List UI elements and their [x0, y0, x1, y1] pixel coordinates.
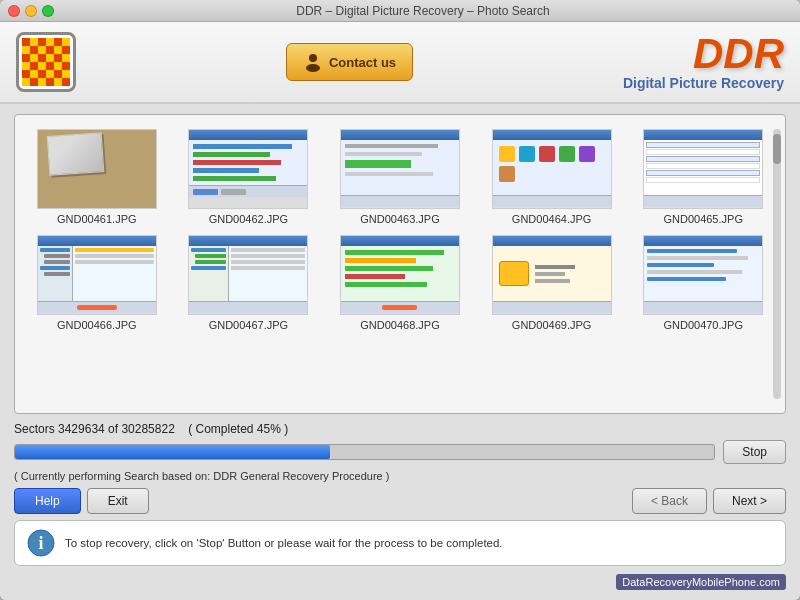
- photo-thumb[interactable]: [37, 235, 157, 315]
- photo-label: GND00461.JPG: [57, 213, 136, 225]
- nav-row: Help Exit < Back Next >: [14, 488, 786, 514]
- title-bar: DDR – Digital Picture Recovery – Photo S…: [0, 0, 800, 22]
- contact-us-button[interactable]: Contact us: [286, 43, 413, 81]
- sector-info: Sectors 3429634 of 30285822 ( Completed …: [14, 422, 786, 436]
- svg-rect-2: [38, 38, 46, 46]
- svg-rect-16: [54, 54, 62, 62]
- list-item: GND00467.JPG: [181, 235, 317, 331]
- svg-rect-25: [30, 70, 38, 78]
- list-item: GND00463.JPG: [332, 129, 468, 225]
- svg-rect-5: [62, 38, 70, 46]
- photo-thumb[interactable]: [188, 129, 308, 209]
- list-item: GND00470.JPG: [635, 235, 771, 331]
- photo-thumb[interactable]: [188, 235, 308, 315]
- photo-thumb[interactable]: [643, 129, 763, 209]
- svg-rect-29: [62, 70, 70, 78]
- window-controls: [8, 5, 54, 17]
- main-content: GND00461.JPG: [0, 104, 800, 600]
- svg-rect-10: [54, 46, 62, 54]
- svg-rect-7: [30, 46, 38, 54]
- list-item: GND00468.JPG: [332, 235, 468, 331]
- search-procedure-label: ( Currently performing Search based on: …: [14, 470, 786, 482]
- photo-thumb[interactable]: [643, 235, 763, 315]
- photo-thumb[interactable]: [37, 129, 157, 209]
- svg-rect-35: [62, 78, 70, 86]
- photo-label: GND00469.JPG: [512, 319, 591, 331]
- svg-rect-6: [22, 46, 30, 54]
- svg-rect-13: [30, 54, 38, 62]
- photo-grid-container: GND00461.JPG: [14, 114, 786, 414]
- svg-rect-18: [22, 62, 30, 70]
- photo-label: GND00462.JPG: [209, 213, 288, 225]
- list-item: GND00464.JPG: [484, 129, 620, 225]
- svg-rect-30: [22, 78, 30, 86]
- window-title: DDR – Digital Picture Recovery – Photo S…: [54, 4, 792, 18]
- svg-rect-31: [30, 78, 38, 86]
- svg-rect-26: [38, 70, 46, 78]
- list-item: GND00469.JPG: [484, 235, 620, 331]
- app-header: Contact us DDR Digital Picture Recovery: [0, 22, 800, 104]
- svg-rect-8: [38, 46, 46, 54]
- progress-row: Stop: [14, 440, 786, 464]
- svg-rect-34: [54, 78, 62, 86]
- svg-rect-21: [46, 62, 54, 70]
- back-button[interactable]: < Back: [632, 488, 707, 514]
- svg-point-37: [306, 64, 320, 72]
- scrollbar-track[interactable]: [773, 129, 781, 399]
- exit-button[interactable]: Exit: [87, 488, 149, 514]
- photo-label: GND00464.JPG: [512, 213, 591, 225]
- photo-label: GND00468.JPG: [360, 319, 439, 331]
- help-button[interactable]: Help: [14, 488, 81, 514]
- list-item: GND00465.JPG: [635, 129, 771, 225]
- photo-thumb[interactable]: [340, 235, 460, 315]
- svg-rect-28: [54, 70, 62, 78]
- svg-rect-12: [22, 54, 30, 62]
- contact-icon: [303, 52, 323, 72]
- svg-rect-4: [54, 38, 62, 46]
- info-text: To stop recovery, click on 'Stop' Button…: [65, 537, 503, 549]
- info-message-box: i To stop recovery, click on 'Stop' Butt…: [14, 520, 786, 566]
- photo-thumb[interactable]: [492, 235, 612, 315]
- svg-rect-11: [62, 46, 70, 54]
- close-button[interactable]: [8, 5, 20, 17]
- stop-button[interactable]: Stop: [723, 440, 786, 464]
- next-button[interactable]: Next >: [713, 488, 786, 514]
- progress-fill: [15, 445, 330, 459]
- photo-thumb[interactable]: [492, 129, 612, 209]
- brand-subtitle: Digital Picture Recovery: [623, 75, 784, 91]
- app-logo: [16, 32, 76, 92]
- main-window: DDR – Digital Picture Recovery – Photo S…: [0, 0, 800, 600]
- brand-area: DDR Digital Picture Recovery: [623, 33, 784, 91]
- minimize-button[interactable]: [25, 5, 37, 17]
- svg-text:i: i: [38, 533, 43, 553]
- list-item: GND00461.JPG: [29, 129, 165, 225]
- svg-rect-0: [22, 38, 30, 46]
- photo-label: GND00470.JPG: [663, 319, 742, 331]
- svg-rect-20: [38, 62, 46, 70]
- photo-label: GND00466.JPG: [57, 319, 136, 331]
- svg-rect-33: [46, 78, 54, 86]
- svg-rect-24: [22, 70, 30, 78]
- svg-rect-14: [38, 54, 46, 62]
- footer-watermark: DataRecoveryMobilePhone.com: [616, 574, 786, 590]
- info-icon: i: [27, 529, 55, 557]
- photo-thumb[interactable]: [340, 129, 460, 209]
- svg-rect-17: [62, 54, 70, 62]
- svg-rect-9: [46, 46, 54, 54]
- photo-label: GND00465.JPG: [663, 213, 742, 225]
- svg-rect-1: [30, 38, 38, 46]
- svg-rect-19: [30, 62, 38, 70]
- svg-rect-32: [38, 78, 46, 86]
- svg-rect-15: [46, 54, 54, 62]
- svg-rect-27: [46, 70, 54, 78]
- photo-label: GND00463.JPG: [360, 213, 439, 225]
- photo-label: GND00467.JPG: [209, 319, 288, 331]
- progress-track: [14, 444, 715, 460]
- maximize-button[interactable]: [42, 5, 54, 17]
- status-section: Sectors 3429634 of 30285822 ( Completed …: [14, 422, 786, 566]
- brand-name: DDR: [623, 33, 784, 75]
- svg-rect-23: [62, 62, 70, 70]
- photo-grid: GND00461.JPG: [29, 129, 771, 331]
- scrollbar-thumb[interactable]: [773, 134, 781, 164]
- svg-rect-22: [54, 62, 62, 70]
